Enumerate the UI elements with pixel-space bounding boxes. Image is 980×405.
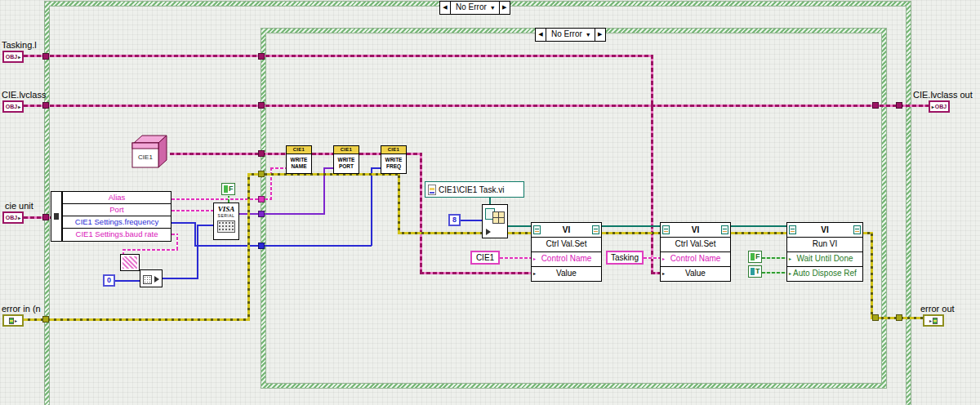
subvi-write-port[interactable]: CIE1 WRITE PORT bbox=[333, 145, 359, 174]
unbundle-field-alias[interactable]: Alias bbox=[63, 192, 171, 204]
inner-case-structure[interactable] bbox=[261, 29, 886, 388]
tunnel[interactable] bbox=[872, 314, 879, 321]
wire-visa-resource[interactable] bbox=[239, 213, 324, 215]
wire-tasking-class[interactable] bbox=[24, 55, 651, 57]
tunnel[interactable] bbox=[42, 53, 49, 60]
outer-case-selector[interactable]: ◀ No Error ▼ ▶ bbox=[439, 1, 510, 15]
open-vi-reference-node[interactable] bbox=[482, 204, 508, 238]
unbundle-by-name-node[interactable]: Alias Port CIE1 Settings.frequency CIE1 … bbox=[62, 191, 172, 242]
wire-error[interactable] bbox=[871, 232, 873, 318]
wire-error[interactable] bbox=[24, 318, 247, 321]
wire-cie1-object[interactable] bbox=[407, 153, 420, 155]
vi-path-constant[interactable]: CIE1\CIE1 Task.vi bbox=[425, 181, 524, 198]
wire-frequency[interactable] bbox=[371, 168, 372, 246]
wire-vi-refnum[interactable] bbox=[508, 225, 531, 227]
string-constant-tasking[interactable]: Tasking bbox=[606, 251, 644, 265]
tunnel[interactable] bbox=[258, 102, 265, 109]
string-constant-cie1[interactable]: CIE1 bbox=[470, 251, 500, 265]
visa-configure-serial-node[interactable]: VISA SERIAL bbox=[213, 202, 239, 240]
terminal-tasking-in[interactable]: OBJ ▸ bbox=[2, 51, 24, 63]
invoke-param-auto-dispose[interactable]: ▸ Auto Dispose Ref bbox=[787, 267, 862, 281]
wire-error[interactable] bbox=[602, 232, 660, 234]
case-prev-icon[interactable]: ◀ bbox=[440, 2, 451, 14]
case-dropdown-icon[interactable]: ▼ bbox=[490, 2, 499, 14]
wire-error[interactable] bbox=[247, 173, 398, 176]
tunnel[interactable] bbox=[258, 171, 265, 177]
wire-error[interactable] bbox=[398, 174, 400, 234]
numeric-constant-zero[interactable]: 0 bbox=[103, 274, 115, 287]
tunnel[interactable] bbox=[258, 150, 265, 157]
wire-alias-string[interactable] bbox=[172, 198, 271, 200]
wire-flow-control[interactable] bbox=[228, 196, 229, 202]
invoke-param-value[interactable]: ▸ Value bbox=[661, 267, 730, 281]
tunnel[interactable] bbox=[42, 316, 49, 323]
wire-vi-path[interactable] bbox=[489, 198, 491, 204]
wire-scan-offset[interactable] bbox=[115, 280, 140, 282]
invoke-param-value[interactable]: ▸ Value bbox=[532, 267, 601, 281]
invoke-param-wait-until-done[interactable]: ▸ Wait Until Done bbox=[787, 252, 862, 267]
terminal-cie-unit[interactable]: OBJ ▸ bbox=[2, 211, 24, 224]
wire-open-options[interactable] bbox=[461, 220, 482, 221]
tunnel[interactable] bbox=[872, 102, 879, 109]
wire-frequency[interactable] bbox=[194, 245, 372, 247]
inner-case-selector[interactable]: ◀ No Error ▼ ▶ bbox=[535, 28, 606, 42]
invoke-method[interactable]: Ctrl Val.Set bbox=[532, 238, 601, 252]
invoke-method[interactable]: Ctrl Val.Set bbox=[661, 238, 730, 252]
invoke-method[interactable]: Run VI bbox=[787, 238, 862, 252]
invoke-node-run-vi[interactable]: VI Run VI ▸ Wait Until Done ▸ Auto Dispo… bbox=[786, 222, 863, 282]
unbundle-input-connector[interactable] bbox=[51, 191, 62, 242]
wire-error[interactable] bbox=[247, 174, 250, 321]
unbundle-field-port[interactable]: Port bbox=[63, 204, 171, 216]
tunnel[interactable] bbox=[42, 102, 49, 109]
invoke-node-ctrl-val-set-2[interactable]: VI Ctrl Val.Set ▸ Control Name ▸ Value bbox=[660, 222, 731, 282]
terminal-cie-in[interactable]: OBJ ▸ bbox=[2, 100, 24, 113]
wire-cie1-object[interactable] bbox=[420, 153, 422, 274]
terminal-error-out[interactable]: ▸ bbox=[923, 314, 944, 327]
wire-wait-until-done[interactable] bbox=[762, 257, 786, 259]
invoke-param-control-name[interactable]: ▸ Control Name bbox=[532, 252, 601, 267]
cie1-class-cube-constant[interactable]: CIE1 bbox=[129, 133, 170, 171]
wire-frequency[interactable] bbox=[172, 222, 196, 224]
wire-control-name-2[interactable] bbox=[644, 257, 660, 259]
wire-baud-string[interactable] bbox=[176, 234, 178, 250]
subvi-write-freq[interactable]: CIE1 WRITE FREQ bbox=[381, 145, 407, 174]
wire-auto-dispose[interactable] bbox=[762, 272, 786, 274]
tunnel[interactable] bbox=[896, 102, 902, 109]
wire-frequency[interactable] bbox=[371, 167, 381, 169]
invoke-node-ctrl-val-set-1[interactable]: VI Ctrl Val.Set ▸ Control Name ▸ Value bbox=[531, 222, 602, 282]
wire-cie1-object[interactable] bbox=[359, 153, 381, 155]
wire-vi-refnum[interactable] bbox=[731, 225, 786, 227]
tunnel[interactable] bbox=[258, 53, 265, 60]
tunnel[interactable] bbox=[258, 243, 265, 249]
invoke-param-control-name[interactable]: ▸ Control Name bbox=[661, 252, 730, 267]
wire-cie1-object[interactable] bbox=[420, 272, 531, 274]
tunnel[interactable] bbox=[258, 211, 265, 217]
wire-error[interactable] bbox=[508, 232, 531, 234]
wire-baud-numeric[interactable] bbox=[197, 225, 213, 226]
wire-error[interactable] bbox=[731, 232, 786, 234]
wire-control-name-1[interactable] bbox=[500, 257, 531, 259]
wire-visa-resource[interactable] bbox=[323, 167, 333, 169]
wire-error[interactable] bbox=[398, 232, 482, 234]
tunnel[interactable] bbox=[896, 314, 902, 321]
case-next-icon[interactable]: ▶ bbox=[499, 2, 510, 14]
wire-baud-string[interactable] bbox=[122, 249, 178, 251]
boolean-constant-dispose[interactable]: T bbox=[748, 265, 762, 278]
boolean-constant-wait[interactable]: F bbox=[748, 251, 762, 263]
wire-tasking-class[interactable] bbox=[651, 272, 660, 274]
string-function-icon[interactable] bbox=[120, 254, 140, 271]
case-next-icon[interactable]: ▶ bbox=[595, 29, 605, 41]
unbundle-field-frequency[interactable]: CIE1 Settings.frequency bbox=[63, 216, 171, 229]
tunnel[interactable] bbox=[42, 214, 49, 220]
terminal-cie-out[interactable]: ▸ OBJ bbox=[929, 100, 950, 113]
numeric-constant-options[interactable]: 8 bbox=[448, 214, 461, 226]
wire-cie-class[interactable] bbox=[24, 105, 929, 107]
tunnel[interactable] bbox=[258, 196, 265, 202]
wire-baud-numeric[interactable] bbox=[163, 278, 198, 279]
wire-vi-refnum[interactable] bbox=[602, 225, 660, 227]
wire-cie1-object[interactable] bbox=[312, 153, 333, 155]
wire-port-string[interactable] bbox=[172, 210, 213, 211]
boolean-constant-flow-control[interactable]: F bbox=[221, 183, 235, 195]
wire-tasking-class[interactable] bbox=[651, 55, 653, 274]
subvi-write-name[interactable]: CIE1 WRITE NAME bbox=[286, 145, 312, 174]
